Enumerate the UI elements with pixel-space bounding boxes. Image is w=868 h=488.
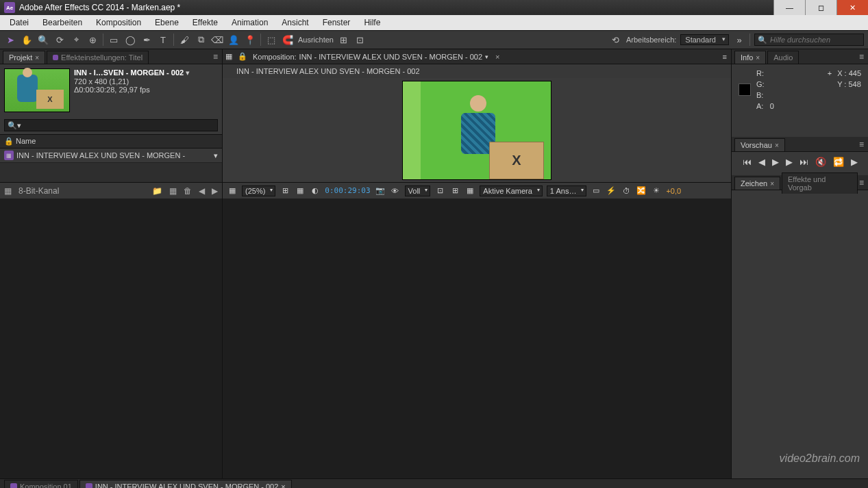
pixel-aspect-icon[interactable]: ▭ [591,186,602,195]
loop-icon[interactable]: 🔁 [833,157,844,167]
close-icon[interactable]: × [770,180,774,188]
bit-depth-button[interactable]: 8-Bit-Kanal [18,186,59,196]
composition-name: INN - INTERVIEW ALEX UND SVEN - MORGEN -… [223,64,731,78]
menu-animation[interactable]: Animation [226,16,273,29]
rotate-tool-icon[interactable]: ⟳ [53,34,66,46]
close-icon[interactable]: × [756,54,760,62]
snap-toggle-icon[interactable]: 🧲 [282,34,294,46]
grid-icon[interactable]: ⊞ [449,186,460,195]
camera-tool-icon[interactable]: ⌖ [70,34,82,46]
first-frame-icon[interactable]: ⏮ [743,157,752,167]
roto-tool-icon[interactable]: 👤 [227,34,240,46]
show-snapshot-icon[interactable]: 👁 [390,187,401,195]
next-icon[interactable]: ▶ [212,186,218,196]
menu-ebene[interactable]: Ebene [149,16,184,29]
anchor-tool-icon[interactable]: ⊕ [86,34,99,46]
play-icon[interactable]: ▶ [772,157,779,167]
help-search-input[interactable] [770,36,860,44]
ellipse-tool-icon[interactable]: ◯ [124,34,136,46]
workspace-options-icon[interactable]: » [733,34,745,46]
transparency-grid-icon[interactable]: ▦ [295,186,306,195]
window-minimize-button[interactable]: — [773,0,805,15]
exposure-value[interactable]: +0,0 [666,187,681,195]
region-of-interest-icon[interactable]: ⊡ [434,186,445,195]
workspace-dropdown[interactable]: Standard [680,34,729,45]
tab-audio[interactable]: Audio [767,51,799,64]
panel-menu-icon[interactable]: ≡ [723,53,727,61]
panel-menu-icon[interactable]: ≡ [859,178,864,188]
snapshot-icon[interactable]: 📷 [375,186,386,195]
help-search[interactable]: 🔍 [754,34,864,46]
last-frame-icon[interactable]: ⏭ [799,157,808,167]
next-frame-icon[interactable]: ▶ [786,157,793,167]
project-search[interactable]: 🔍▾ [4,119,218,131]
proportional-grid-icon[interactable]: ⊡ [354,34,367,46]
menu-ansicht[interactable]: Ansicht [276,16,314,29]
eraser-tool-icon[interactable]: ⌫ [211,34,223,46]
composition-viewer[interactable]: X [223,78,731,182]
text-tool-icon[interactable]: T [157,34,169,46]
menu-hilfe[interactable]: Hilfe [358,16,386,29]
camera-dropdown[interactable]: Aktive Kamera [480,185,543,196]
project-column-name[interactable]: 🔒 Name [0,135,222,149]
timeline-tab-comp01[interactable]: Komposition 01 [4,480,78,488]
sync-settings-icon[interactable]: ⟲ [610,34,622,46]
new-folder-icon[interactable]: 📁 [152,186,162,196]
interpret-footage-icon[interactable]: ▦ [4,186,12,196]
prev-icon[interactable]: ◀ [199,186,205,196]
panel-menu-icon[interactable]: ≡ [859,52,864,62]
mask-icon[interactable]: ◐ [310,186,321,195]
tab-effect-controls[interactable]: Effekteinstellungen: Titel [47,51,149,64]
tab-info[interactable]: Info× [734,51,766,64]
rect-tool-icon[interactable]: ▭ [108,34,120,46]
window-maximize-button[interactable]: ◻ [805,0,836,15]
composition-breadcrumb[interactable]: Komposition: INN - INTERVIEW ALEX UND SV… [253,53,488,61]
tab-effects-presets[interactable]: Effekte und Vorgab [782,172,858,194]
timeline-tab-active[interactable]: INN - INTERVIEW ALEX UND SVEN - MORGEN -… [79,480,292,488]
prev-frame-icon[interactable]: ◀ [758,157,765,167]
clone-tool-icon[interactable]: ⧉ [195,34,207,46]
fast-previews-icon[interactable]: ⚡ [606,186,617,195]
hand-tool-icon[interactable]: ✋ [21,34,33,46]
puppet-tool-icon[interactable]: 📍 [244,34,256,46]
close-tab-icon[interactable]: × [495,53,499,61]
guides-icon[interactable]: ▦ [464,186,475,195]
panel-menu-icon[interactable]: ≡ [859,140,864,149]
close-icon[interactable]: × [281,483,285,488]
reset-exposure-icon[interactable]: ☀ [651,186,662,195]
new-comp-icon[interactable]: ▦ [169,186,177,196]
menu-komposition[interactable]: Komposition [90,16,147,29]
lock-icon[interactable]: 🔒 [238,52,247,61]
timeline-icon[interactable]: ⏱ [621,187,632,195]
flowchart-icon[interactable]: 🔀 [636,186,647,195]
zoom-dropdown[interactable]: (25%) [242,185,275,196]
tab-project[interactable]: Projekt× [3,51,45,64]
resolution-dropdown[interactable]: Voll [405,185,431,196]
brush-tool-icon[interactable]: 🖌 [178,34,190,46]
ram-preview-icon[interactable]: ▶ [851,157,858,167]
window-close-button[interactable]: ✕ [836,0,868,15]
zoom-tool-icon[interactable]: 🔍 [37,34,49,46]
layer-controls-icon[interactable]: ▦ [225,52,232,61]
mute-icon[interactable]: 🔇 [815,157,826,167]
close-icon[interactable]: × [775,142,779,149]
project-panel-tabs: Projekt× Effekteinstellungen: Titel ≡ [0,49,222,64]
menu-bearbeiten[interactable]: Bearbeiten [37,16,88,29]
pen-tool-icon[interactable]: ✒ [140,34,153,46]
current-time[interactable]: 0:00:29:03 [325,186,370,195]
menu-datei[interactable]: Datei [4,16,34,29]
tab-character[interactable]: Zeichen× [734,177,780,190]
delete-icon[interactable]: 🗑 [184,186,192,196]
menu-effekte[interactable]: Effekte [187,16,223,29]
project-item-row[interactable]: ▦INN - INTERVIEW ALEX UND SVEN - MORGEN … [0,149,222,163]
always-preview-icon[interactable]: ▦ [227,186,238,195]
local-axis-icon[interactable]: ⬚ [265,34,277,46]
views-dropdown[interactable]: 1 Ans… [547,185,587,196]
panel-menu-icon[interactable]: ≡ [213,52,218,62]
tab-preview[interactable]: Vorschau× [734,138,785,151]
close-icon[interactable]: × [35,54,39,62]
resolution-icon[interactable]: ⊞ [280,186,290,195]
selection-tool-icon[interactable]: ➤ [4,34,16,46]
menu-fenster[interactable]: Fenster [317,16,356,29]
snap-options-icon[interactable]: ⊞ [338,34,350,46]
